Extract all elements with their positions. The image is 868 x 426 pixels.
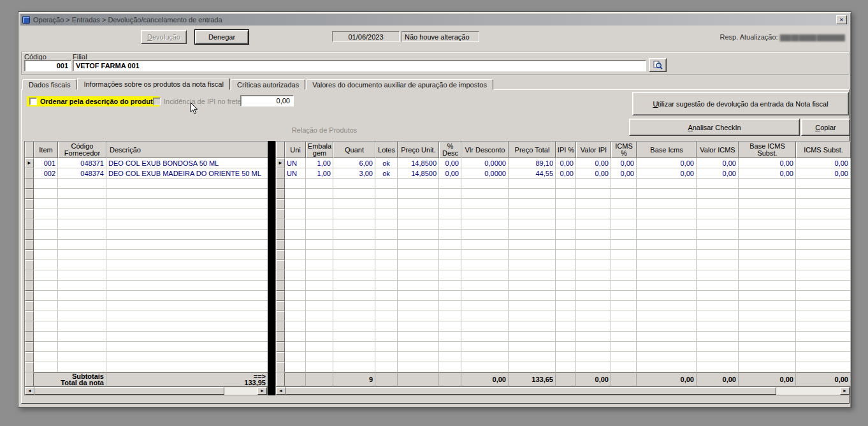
cell-codigo-fornecedor[interactable] bbox=[58, 311, 106, 321]
cell-icms-pct[interactable] bbox=[611, 230, 637, 240]
cell-lotes[interactable] bbox=[375, 230, 398, 240]
cell-codigo-fornecedor[interactable] bbox=[58, 219, 106, 230]
cell-ipi-pct[interactable] bbox=[556, 189, 576, 199]
cell-uni[interactable] bbox=[285, 281, 306, 291]
cell-valor-icms[interactable] bbox=[697, 352, 739, 362]
cell-embalagem[interactable] bbox=[306, 179, 333, 189]
cell-uni[interactable] bbox=[285, 352, 306, 362]
cell-embalagem[interactable] bbox=[306, 332, 333, 342]
cell-vlr-desconto[interactable] bbox=[461, 209, 509, 219]
cell-desc-pct[interactable] bbox=[439, 189, 461, 199]
cell-valor-ipi[interactable] bbox=[576, 301, 611, 311]
cell-valor-ipi[interactable] bbox=[576, 352, 611, 362]
cell-embalagem[interactable] bbox=[306, 250, 333, 260]
cell-item[interactable] bbox=[34, 199, 58, 209]
cell-base-icms[interactable] bbox=[637, 240, 697, 250]
window-titlebar[interactable]: Operação > Entradas > Devolução/cancelam… bbox=[20, 14, 849, 26]
cell-desc-pct[interactable] bbox=[439, 240, 461, 250]
cell-lotes[interactable] bbox=[375, 342, 398, 352]
cell-codigo-fornecedor[interactable] bbox=[58, 362, 106, 372]
cell-embalagem[interactable] bbox=[306, 270, 333, 281]
cell-valor-icms[interactable] bbox=[697, 250, 739, 260]
row-selector-cell[interactable] bbox=[276, 281, 285, 291]
row-selector-cell[interactable] bbox=[25, 352, 34, 362]
cell-quant[interactable]: 3,00 bbox=[333, 168, 375, 179]
cell-lotes[interactable] bbox=[375, 219, 398, 230]
cell-descricao[interactable] bbox=[106, 270, 268, 281]
row-selector-cell[interactable] bbox=[25, 301, 34, 311]
cell-desc-pct[interactable] bbox=[439, 219, 461, 230]
cell-preco-total[interactable] bbox=[509, 219, 556, 230]
cell-preco-total[interactable] bbox=[509, 352, 556, 362]
cell-uni[interactable] bbox=[285, 321, 306, 332]
cell-preco-unit[interactable] bbox=[398, 189, 439, 199]
codigo-field[interactable]: 001 bbox=[24, 60, 71, 71]
cell-preco-unit[interactable]: 14,8500 bbox=[398, 158, 439, 168]
row-selector-cell[interactable] bbox=[276, 301, 285, 311]
cell-embalagem[interactable] bbox=[306, 230, 333, 240]
cell-preco-total[interactable] bbox=[509, 260, 556, 270]
cell-ipi-pct[interactable] bbox=[556, 362, 576, 372]
left-scrollbar-thumb[interactable] bbox=[34, 387, 224, 395]
cell-valor-icms[interactable]: 0,00 bbox=[697, 158, 739, 168]
cell-quant[interactable] bbox=[333, 189, 375, 199]
cell-icms-subst[interactable] bbox=[796, 260, 851, 270]
cell-base-icms-subst[interactable]: 0,00 bbox=[739, 168, 796, 179]
cell-uni[interactable] bbox=[285, 291, 306, 301]
cell-item[interactable] bbox=[34, 250, 58, 260]
cell-descricao[interactable] bbox=[106, 342, 268, 352]
cell-valor-ipi[interactable] bbox=[576, 250, 611, 260]
cell-item[interactable] bbox=[34, 342, 58, 352]
cell-icms-subst[interactable] bbox=[796, 189, 851, 199]
cell-lotes[interactable] bbox=[375, 321, 398, 332]
row-selector-cell[interactable] bbox=[276, 260, 285, 270]
cell-desc-pct[interactable] bbox=[439, 230, 461, 240]
cell-preco-unit[interactable] bbox=[398, 301, 439, 311]
cell-desc-pct[interactable] bbox=[439, 301, 461, 311]
row-selector-cell[interactable] bbox=[276, 189, 285, 199]
cell-embalagem[interactable] bbox=[306, 189, 333, 199]
cell-base-icms[interactable] bbox=[637, 352, 697, 362]
row-selector-cell[interactable] bbox=[276, 332, 285, 342]
cell-valor-ipi[interactable] bbox=[576, 230, 611, 240]
cell-item[interactable] bbox=[34, 281, 58, 291]
cell-preco-unit[interactable] bbox=[398, 281, 439, 291]
cell-codigo-fornecedor[interactable] bbox=[58, 342, 106, 352]
cell-quant[interactable] bbox=[333, 209, 375, 219]
cell-valor-ipi[interactable] bbox=[576, 189, 611, 199]
right-scrollbar-thumb[interactable] bbox=[286, 387, 776, 395]
cell-item[interactable]: 002 bbox=[34, 168, 58, 179]
row-selector-cell[interactable] bbox=[276, 168, 285, 179]
cell-codigo-fornecedor[interactable] bbox=[58, 199, 106, 209]
cell-quant[interactable]: 6,00 bbox=[333, 158, 375, 168]
cell-preco-unit[interactable] bbox=[398, 270, 439, 281]
cell-ipi-pct[interactable] bbox=[556, 352, 576, 362]
row-selector-cell[interactable] bbox=[25, 240, 34, 250]
cell-vlr-desconto[interactable] bbox=[461, 230, 509, 240]
cell-valor-icms[interactable] bbox=[697, 219, 739, 230]
cell-desc-pct[interactable] bbox=[439, 291, 461, 301]
cell-preco-total[interactable] bbox=[509, 250, 556, 260]
row-selector-cell[interactable] bbox=[25, 260, 34, 270]
row-selector-cell[interactable] bbox=[276, 342, 285, 352]
cell-ipi-pct[interactable] bbox=[556, 209, 576, 219]
copiar-button[interactable]: Copiar bbox=[801, 119, 850, 136]
cell-vlr-desconto[interactable] bbox=[461, 301, 509, 311]
cell-embalagem[interactable] bbox=[306, 209, 333, 219]
cell-vlr-desconto[interactable] bbox=[461, 281, 509, 291]
cell-icms-pct[interactable]: 0,00 bbox=[611, 168, 637, 179]
cell-descricao[interactable] bbox=[106, 291, 268, 301]
cell-item[interactable] bbox=[34, 240, 58, 250]
cell-embalagem[interactable]: 1,00 bbox=[306, 168, 333, 179]
cell-lotes[interactable] bbox=[375, 352, 398, 362]
row-selector-cell[interactable] bbox=[276, 311, 285, 321]
cell-vlr-desconto[interactable] bbox=[461, 321, 509, 332]
cell-lotes[interactable] bbox=[375, 362, 398, 372]
cell-desc-pct[interactable] bbox=[439, 250, 461, 260]
filial-field[interactable]: VETOF FARMA 001 bbox=[73, 60, 646, 71]
cell-ipi-pct[interactable] bbox=[556, 270, 576, 281]
cell-icms-subst[interactable] bbox=[796, 230, 851, 240]
cell-lotes[interactable] bbox=[375, 311, 398, 321]
cell-desc-pct[interactable] bbox=[439, 332, 461, 342]
cell-preco-total[interactable] bbox=[509, 209, 556, 219]
